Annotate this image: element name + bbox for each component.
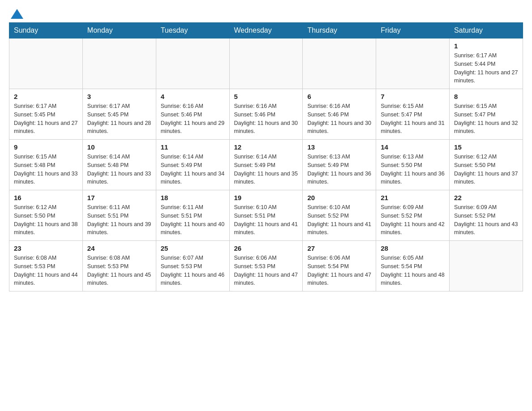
- calendar-day-cell: [229, 39, 303, 89]
- logo-triangle-icon: [11, 9, 23, 19]
- day-info: Sunrise: 6:15 AMSunset: 5:47 PMDaylight:…: [454, 102, 518, 136]
- day-info: Sunrise: 6:06 AMSunset: 5:53 PMDaylight:…: [234, 254, 298, 287]
- calendar-day-header: Friday: [376, 23, 450, 39]
- calendar-day-cell: 23Sunrise: 6:08 AMSunset: 5:53 PMDayligh…: [9, 241, 83, 291]
- calendar-day-cell: 3Sunrise: 6:17 AMSunset: 5:45 PMDaylight…: [82, 89, 156, 140]
- calendar-day-cell: 2Sunrise: 6:17 AMSunset: 5:45 PMDaylight…: [9, 89, 83, 140]
- day-number: 2: [14, 93, 78, 100]
- day-number: 22: [454, 194, 518, 201]
- day-number: 8: [454, 93, 518, 100]
- calendar-day-cell: 14Sunrise: 6:13 AMSunset: 5:50 PMDayligh…: [376, 140, 450, 190]
- calendar-day-cell: 28Sunrise: 6:05 AMSunset: 5:54 PMDayligh…: [376, 241, 450, 291]
- day-info: Sunrise: 6:13 AMSunset: 5:50 PMDaylight:…: [381, 153, 445, 186]
- calendar-day-cell: [82, 39, 156, 89]
- calendar-day-cell: 24Sunrise: 6:08 AMSunset: 5:53 PMDayligh…: [82, 241, 156, 291]
- day-number: 16: [14, 194, 78, 201]
- day-number: 4: [161, 93, 225, 100]
- calendar-day-cell: 9Sunrise: 6:15 AMSunset: 5:48 PMDaylight…: [9, 140, 83, 190]
- day-number: 27: [307, 244, 371, 252]
- day-info: Sunrise: 6:17 AMSunset: 5:45 PMDaylight:…: [87, 102, 151, 136]
- day-number: 19: [234, 194, 298, 201]
- day-info: Sunrise: 6:08 AMSunset: 5:53 PMDaylight:…: [87, 254, 151, 287]
- calendar-day-cell: 27Sunrise: 6:06 AMSunset: 5:54 PMDayligh…: [303, 241, 376, 291]
- day-info: Sunrise: 6:11 AMSunset: 5:51 PMDaylight:…: [161, 203, 225, 237]
- calendar-day-header: Tuesday: [156, 23, 229, 39]
- day-info: Sunrise: 6:16 AMSunset: 5:46 PMDaylight:…: [307, 102, 371, 136]
- day-number: 13: [307, 143, 371, 151]
- day-info: Sunrise: 6:16 AMSunset: 5:46 PMDaylight:…: [161, 102, 225, 136]
- day-info: Sunrise: 6:13 AMSunset: 5:49 PMDaylight:…: [307, 153, 371, 186]
- calendar-day-cell: 12Sunrise: 6:14 AMSunset: 5:49 PMDayligh…: [229, 140, 303, 190]
- calendar-day-cell: 13Sunrise: 6:13 AMSunset: 5:49 PMDayligh…: [303, 140, 376, 190]
- calendar-day-cell: 5Sunrise: 6:16 AMSunset: 5:46 PMDaylight…: [229, 89, 303, 140]
- calendar-day-cell: 16Sunrise: 6:12 AMSunset: 5:50 PMDayligh…: [9, 190, 83, 241]
- day-info: Sunrise: 6:14 AMSunset: 5:48 PMDaylight:…: [87, 153, 151, 186]
- calendar-day-cell: 17Sunrise: 6:11 AMSunset: 5:51 PMDayligh…: [82, 190, 156, 241]
- day-info: Sunrise: 6:10 AMSunset: 5:52 PMDaylight:…: [307, 203, 371, 237]
- day-info: Sunrise: 6:10 AMSunset: 5:51 PMDaylight:…: [234, 203, 298, 237]
- day-info: Sunrise: 6:15 AMSunset: 5:48 PMDaylight:…: [14, 153, 78, 186]
- day-info: Sunrise: 6:09 AMSunset: 5:52 PMDaylight:…: [381, 203, 445, 237]
- calendar-day-cell: [450, 241, 523, 291]
- day-info: Sunrise: 6:05 AMSunset: 5:54 PMDaylight:…: [381, 254, 445, 287]
- calendar-week-row: 9Sunrise: 6:15 AMSunset: 5:48 PMDaylight…: [9, 140, 523, 190]
- day-info: Sunrise: 6:08 AMSunset: 5:53 PMDaylight:…: [14, 254, 78, 287]
- calendar-day-cell: [9, 39, 83, 89]
- calendar-day-header: Wednesday: [229, 23, 303, 39]
- day-info: Sunrise: 6:16 AMSunset: 5:46 PMDaylight:…: [234, 102, 298, 136]
- calendar-day-header: Saturday: [450, 23, 523, 39]
- calendar-week-row: 2Sunrise: 6:17 AMSunset: 5:45 PMDaylight…: [9, 89, 523, 140]
- calendar-day-cell: 1Sunrise: 6:17 AMSunset: 5:44 PMDaylight…: [450, 39, 523, 89]
- calendar-day-header: Monday: [82, 23, 156, 39]
- day-info: Sunrise: 6:07 AMSunset: 5:53 PMDaylight:…: [161, 254, 225, 287]
- calendar-week-row: 16Sunrise: 6:12 AMSunset: 5:50 PMDayligh…: [9, 190, 523, 241]
- logo: [9, 9, 23, 18]
- day-info: Sunrise: 6:12 AMSunset: 5:50 PMDaylight:…: [454, 153, 518, 186]
- day-info: Sunrise: 6:15 AMSunset: 5:47 PMDaylight:…: [381, 102, 445, 136]
- day-info: Sunrise: 6:11 AMSunset: 5:51 PMDaylight:…: [87, 203, 151, 237]
- calendar-header-row: SundayMondayTuesdayWednesdayThursdayFrid…: [9, 23, 523, 39]
- calendar-day-cell: 11Sunrise: 6:14 AMSunset: 5:49 PMDayligh…: [156, 140, 229, 190]
- day-number: 28: [381, 244, 445, 252]
- calendar-day-cell: 15Sunrise: 6:12 AMSunset: 5:50 PMDayligh…: [450, 140, 523, 190]
- day-info: Sunrise: 6:06 AMSunset: 5:54 PMDaylight:…: [307, 254, 371, 287]
- calendar-day-header: Sunday: [9, 23, 83, 39]
- day-info: Sunrise: 6:17 AMSunset: 5:44 PMDaylight:…: [454, 51, 518, 85]
- calendar-day-cell: [303, 39, 376, 89]
- page-header: [9, 9, 523, 18]
- day-number: 25: [161, 244, 225, 252]
- calendar-day-cell: 8Sunrise: 6:15 AMSunset: 5:47 PMDaylight…: [450, 89, 523, 140]
- day-number: 18: [161, 194, 225, 201]
- calendar-day-cell: 18Sunrise: 6:11 AMSunset: 5:51 PMDayligh…: [156, 190, 229, 241]
- day-number: 12: [234, 143, 298, 151]
- calendar-week-row: 23Sunrise: 6:08 AMSunset: 5:53 PMDayligh…: [9, 241, 523, 291]
- calendar-day-cell: 26Sunrise: 6:06 AMSunset: 5:53 PMDayligh…: [229, 241, 303, 291]
- calendar-day-cell: 4Sunrise: 6:16 AMSunset: 5:46 PMDaylight…: [156, 89, 229, 140]
- calendar-day-cell: 10Sunrise: 6:14 AMSunset: 5:48 PMDayligh…: [82, 140, 156, 190]
- day-number: 23: [14, 244, 78, 252]
- calendar-day-cell: 19Sunrise: 6:10 AMSunset: 5:51 PMDayligh…: [229, 190, 303, 241]
- day-number: 5: [234, 93, 298, 100]
- calendar-day-header: Thursday: [303, 23, 376, 39]
- day-number: 6: [307, 93, 371, 100]
- calendar-day-cell: 21Sunrise: 6:09 AMSunset: 5:52 PMDayligh…: [376, 190, 450, 241]
- calendar-day-cell: [376, 39, 450, 89]
- day-info: Sunrise: 6:14 AMSunset: 5:49 PMDaylight:…: [161, 153, 225, 186]
- calendar-day-cell: 20Sunrise: 6:10 AMSunset: 5:52 PMDayligh…: [303, 190, 376, 241]
- day-number: 10: [87, 143, 151, 151]
- day-info: Sunrise: 6:12 AMSunset: 5:50 PMDaylight:…: [14, 203, 78, 237]
- calendar-week-row: 1Sunrise: 6:17 AMSunset: 5:44 PMDaylight…: [9, 39, 523, 89]
- day-number: 24: [87, 244, 151, 252]
- day-number: 17: [87, 194, 151, 201]
- day-number: 3: [87, 93, 151, 100]
- calendar-day-cell: 6Sunrise: 6:16 AMSunset: 5:46 PMDaylight…: [303, 89, 376, 140]
- day-info: Sunrise: 6:09 AMSunset: 5:52 PMDaylight:…: [454, 203, 518, 237]
- day-number: 14: [381, 143, 445, 151]
- day-info: Sunrise: 6:14 AMSunset: 5:49 PMDaylight:…: [234, 153, 298, 186]
- calendar-day-cell: 22Sunrise: 6:09 AMSunset: 5:52 PMDayligh…: [450, 190, 523, 241]
- day-number: 21: [381, 194, 445, 201]
- day-info: Sunrise: 6:17 AMSunset: 5:45 PMDaylight:…: [14, 102, 78, 136]
- day-number: 9: [14, 143, 78, 151]
- day-number: 26: [234, 244, 298, 252]
- day-number: 20: [307, 194, 371, 201]
